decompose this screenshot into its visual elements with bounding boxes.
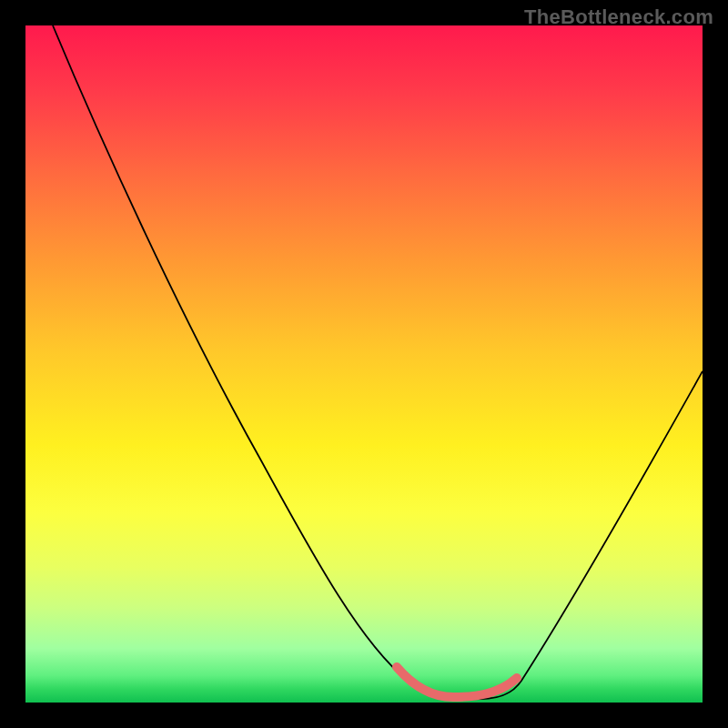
black-curve <box>53 25 703 699</box>
smoothed-region <box>397 667 517 697</box>
watermark-text: TheBottleneck.com <box>524 5 713 29</box>
chart-svg <box>25 25 703 703</box>
plot-area <box>25 25 703 703</box>
